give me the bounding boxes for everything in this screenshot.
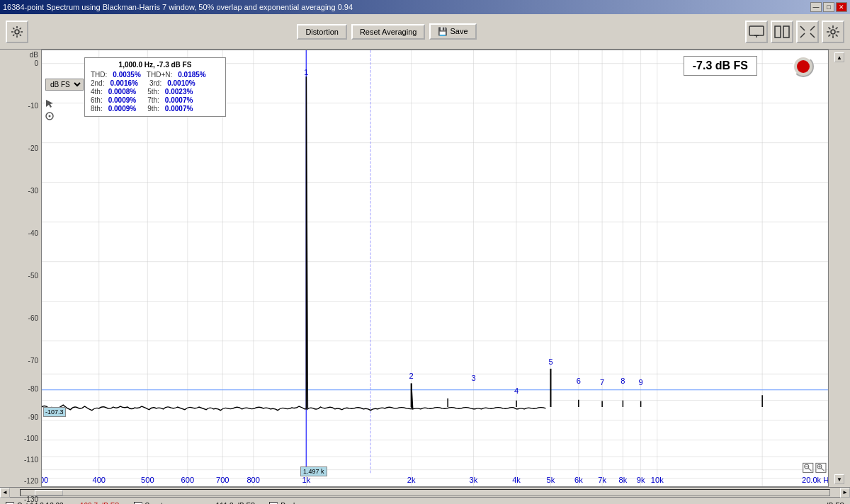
- dbfs-selector[interactable]: dB FS: [45, 79, 84, 91]
- scroll-right-button[interactable]: ►: [840, 488, 850, 498]
- h9-label: 9th:: [147, 105, 159, 113]
- resize-icon-button[interactable]: [796, 21, 819, 43]
- scroll-down-button[interactable]: ▼: [834, 474, 844, 484]
- svg-text:8k: 8k: [619, 476, 628, 485]
- h3-label: 3rd:: [149, 79, 162, 87]
- svg-point-6: [831, 30, 835, 34]
- thd-row: THD: 0.0035% THD+N: 0.0185%: [91, 71, 220, 79]
- svg-text:8: 8: [620, 377, 625, 386]
- thdn-label: THD+N:: [147, 71, 172, 79]
- chart-icons: [45, 98, 55, 121]
- svg-text:7k: 7k: [598, 476, 606, 485]
- svg-text:9: 9: [639, 379, 643, 387]
- y-label-n100: -100: [24, 435, 38, 442]
- toolbar: Distortion Reset Averaging 💾 Save: [0, 14, 850, 50]
- y-label-db: dB: [30, 51, 38, 59]
- svg-text:1: 1: [304, 69, 308, 77]
- y-label-n40: -40: [28, 229, 38, 237]
- svg-text:700: 700: [216, 476, 230, 485]
- svg-text:6: 6: [577, 377, 581, 386]
- thdn-value: 0.0185%: [178, 71, 205, 79]
- minimize-button[interactable]: —: [810, 2, 822, 12]
- window-controls: — □ ✕: [810, 2, 847, 12]
- svg-text:300: 300: [42, 476, 48, 485]
- y-label-n70: -70: [28, 357, 38, 365]
- y-label-n10: -10: [28, 102, 38, 110]
- svg-text:2: 2: [409, 372, 414, 380]
- svg-text:20.0k Hz: 20.0k Hz: [802, 476, 828, 485]
- close-button[interactable]: ✕: [836, 2, 847, 12]
- spectrum-checkbox[interactable]: ✓: [134, 502, 142, 505]
- thd-label: THD:: [91, 71, 107, 79]
- h2-label: 2nd:: [91, 79, 104, 87]
- info-box-title: 1,000.0 Hz, -7.3 dB FS: [91, 61, 220, 69]
- settings-button[interactable]: [6, 21, 28, 43]
- toolbar-center: Distortion Reset Averaging 💾 Save: [34, 23, 740, 40]
- maximize-button[interactable]: □: [823, 2, 834, 12]
- gear-icon-button[interactable]: [822, 21, 844, 43]
- dbfs-select-input[interactable]: dB FS: [45, 79, 84, 91]
- y-label-n110: -110: [24, 456, 38, 464]
- dbfs-badge: -7.3 dB FS: [684, 56, 757, 76]
- timestamp-checkbox[interactable]: ▪: [6, 502, 14, 505]
- h5-label: 5th:: [147, 88, 159, 96]
- svg-text:4: 4: [514, 387, 518, 396]
- h4-value: 0.0008%: [108, 88, 136, 96]
- h8-label: 8th:: [91, 105, 103, 113]
- y-label-n120: -120: [24, 477, 38, 485]
- svg-text:3: 3: [471, 374, 475, 382]
- chart-container[interactable]: 1,000.0 Hz, -7.3 dB FS THD: 0.0035% THD+…: [41, 50, 829, 487]
- svg-rect-5: [783, 26, 789, 38]
- y-axis-labels: dB 0 -10 -20 -30 -40 -50 -60 -70 -80 -90…: [0, 50, 41, 487]
- horizontal-scrollbar[interactable]: ◄ ►: [0, 487, 850, 497]
- h6-label: 6th:: [91, 96, 103, 104]
- scroll-up-button[interactable]: ▲: [834, 52, 844, 62]
- svg-marker-88: [46, 100, 53, 108]
- harmonic-row-3: 6th: 0.0009% 7th: 0.0007%: [91, 96, 220, 104]
- columns-icon-button[interactable]: [771, 21, 793, 43]
- peak-item: Peak: [269, 502, 297, 505]
- h2-value: 0.0016%: [110, 79, 137, 87]
- svg-text:5: 5: [548, 358, 552, 367]
- svg-rect-1: [749, 26, 764, 35]
- h6-value: 0.0009%: [108, 96, 136, 104]
- peak-checkbox[interactable]: [269, 502, 278, 505]
- title-bar: 16384-point Spectrum using Blackman-Harr…: [0, 0, 850, 14]
- thd-value: 0.0035%: [113, 71, 140, 79]
- y-label-n60: -60: [28, 314, 38, 322]
- svg-text:1k: 1k: [302, 476, 310, 485]
- harmonic-row-4: 8th: 0.0009% 9th: 0.0007%: [91, 105, 220, 113]
- info-box: 1,000.0 Hz, -7.3 dB FS THD: 0.0035% THD+…: [84, 57, 226, 117]
- svg-rect-4: [775, 26, 781, 38]
- save-button[interactable]: 💾 Save: [429, 23, 476, 40]
- svg-text:9k: 9k: [637, 476, 645, 485]
- y-label-n20: -20: [28, 144, 38, 152]
- scroll-track[interactable]: [20, 489, 830, 496]
- reset-averaging-button[interactable]: Reset Averaging: [351, 24, 426, 40]
- svg-text:800: 800: [246, 476, 260, 485]
- title-text: 16384-point Spectrum using Blackman-Harr…: [3, 3, 353, 11]
- h4-label: 4th:: [91, 88, 103, 96]
- scroll-thumb[interactable]: [35, 490, 63, 496]
- toolbar-left: [6, 21, 28, 43]
- scroll-left-button[interactable]: ◄: [0, 488, 10, 498]
- y-label-n50: -50: [28, 272, 38, 280]
- svg-point-0: [15, 30, 19, 34]
- toolbar-right: [745, 21, 844, 43]
- y-label-0: 0: [34, 59, 38, 67]
- monitor-icon-button[interactable]: [745, 21, 768, 43]
- y-label-n30: -30: [28, 187, 38, 195]
- distortion-button[interactable]: Distortion: [297, 24, 346, 40]
- svg-text:10k: 10k: [651, 476, 664, 485]
- record-button[interactable]: [793, 56, 814, 77]
- y-label-n130: -130: [24, 496, 38, 503]
- h9-value: 0.0007%: [165, 105, 193, 113]
- svg-text:6k: 6k: [574, 476, 583, 485]
- svg-text:5k: 5k: [547, 476, 555, 485]
- target-icon: [45, 111, 55, 121]
- h5-value: 0.0023%: [165, 88, 193, 96]
- record-circle-icon: [797, 60, 810, 73]
- y-label-n90: -90: [28, 413, 38, 421]
- svg-text:2k: 2k: [407, 476, 416, 485]
- y-label-n80: -80: [28, 385, 38, 393]
